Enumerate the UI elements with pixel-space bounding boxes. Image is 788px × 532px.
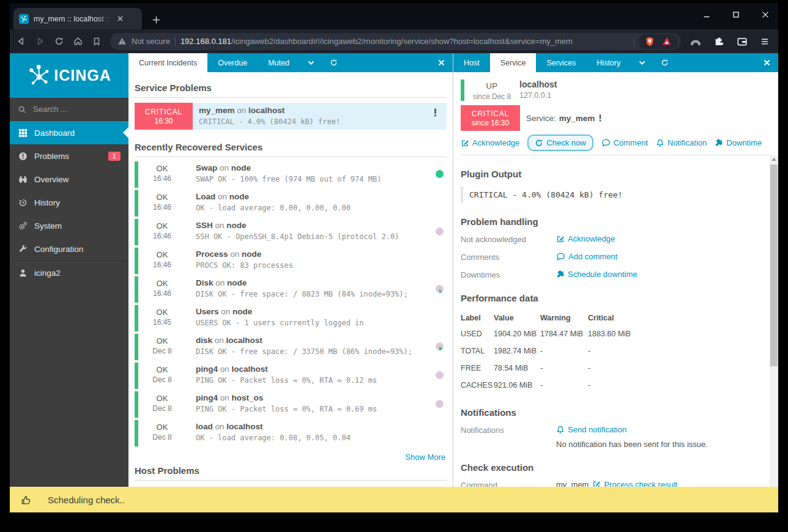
list-item[interactable]: OKDec 8 ping4 on localhost PING OK - Pac… xyxy=(135,361,447,390)
host-name[interactable]: node xyxy=(229,192,249,201)
chevron-down-icon[interactable] xyxy=(631,53,653,72)
host-name[interactable]: localhost xyxy=(519,79,557,89)
sidebar-item-overview[interactable]: Overview xyxy=(10,168,128,191)
list-item[interactable]: OK16:46 Process on node PROCS OK: 83 pro… xyxy=(135,246,447,275)
service-name[interactable]: load xyxy=(196,422,213,431)
service-name[interactable]: Process xyxy=(196,249,228,259)
host-summary[interactable]: UP since Dec 8 localhost 127.0.0.1 xyxy=(461,79,771,101)
service-name[interactable]: ping4 xyxy=(196,364,218,374)
close-pane-icon[interactable] xyxy=(430,53,453,72)
back-icon[interactable] xyxy=(16,36,26,46)
service-name[interactable]: Swap xyxy=(196,163,217,172)
not-secure-label[interactable]: Not secure xyxy=(132,37,170,46)
tab-history[interactable]: History xyxy=(586,53,631,72)
sidebar-item-dashboard[interactable]: Dashboard xyxy=(10,121,128,144)
service-problem-row[interactable]: CRITICAL 16:30 my_mem on localhost CRITI… xyxy=(135,103,447,130)
sidebar-item-system[interactable]: System xyxy=(10,214,128,237)
scroll-up-icon[interactable] xyxy=(771,158,776,161)
sidebar-item-configuration[interactable]: Configuration xyxy=(10,237,128,260)
add-comment-link[interactable]: Add comment xyxy=(556,252,617,261)
browser-tab[interactable]: my_mem :: localhost :: Serv xyxy=(13,8,142,29)
tab-service[interactable]: Service xyxy=(490,53,537,72)
check-now-button[interactable]: Check now xyxy=(527,135,593,151)
tab-close-icon[interactable] xyxy=(117,15,124,22)
refresh-icon[interactable] xyxy=(653,53,676,72)
host-name[interactable]: node xyxy=(232,307,252,316)
tab-host[interactable]: Host xyxy=(453,53,490,72)
scrollbar-thumb[interactable] xyxy=(770,164,778,366)
sidebar-item-user[interactable]: icinga2 xyxy=(10,260,128,284)
check-output: CRITICAL - 4.0% (80424 kB) free! xyxy=(199,117,426,126)
host-name[interactable]: node xyxy=(226,221,246,230)
notification-button[interactable]: Notification xyxy=(656,138,707,147)
list-item[interactable]: OKDec 8 load on localhost OK - load aver… xyxy=(135,419,447,448)
list-item[interactable]: OK16:46 Swap on node SWAP OK - 100% free… xyxy=(135,160,447,189)
close-pane-icon[interactable] xyxy=(756,53,778,72)
sidebar-search[interactable] xyxy=(10,98,128,121)
acknowledge-button[interactable]: Acknowledge xyxy=(461,138,519,147)
scrollbar[interactable] xyxy=(770,155,778,487)
service-name[interactable]: Load xyxy=(196,192,215,201)
wallet-icon[interactable] xyxy=(737,36,748,47)
sidebar-item-history[interactable]: History xyxy=(10,191,128,214)
host-name[interactable]: localhost xyxy=(226,422,262,431)
new-tab-icon[interactable] xyxy=(152,15,161,24)
tab-overdue[interactable]: Overdue xyxy=(207,53,258,72)
forward-icon[interactable] xyxy=(35,36,45,46)
process-check-result-link[interactable]: Process check result xyxy=(592,480,677,487)
host-name[interactable]: localhost xyxy=(226,336,262,345)
close-icon[interactable] xyxy=(761,10,770,19)
service-name[interactable]: my_mem xyxy=(199,106,235,115)
ok-circle-icon xyxy=(436,170,444,178)
extensions-icon[interactable] xyxy=(714,36,724,46)
brave-rewards-icon[interactable] xyxy=(661,36,672,47)
comment-button[interactable]: Comment xyxy=(601,138,648,147)
state-badge-critical: CRITICAL since 16:30 xyxy=(461,105,520,131)
service-name[interactable]: SSH xyxy=(196,221,213,230)
service-name[interactable]: ping4 xyxy=(196,393,218,402)
host-name[interactable]: localhost xyxy=(232,364,268,374)
menu-icon[interactable] xyxy=(760,37,770,46)
chevron-down-icon[interactable] xyxy=(300,53,322,72)
search-input[interactable] xyxy=(32,104,108,114)
exclamation-icon xyxy=(598,114,603,122)
schedule-downtime-link[interactable]: Schedule downtime xyxy=(556,270,637,279)
brave-shield-icon[interactable] xyxy=(644,36,655,47)
profile-icon[interactable] xyxy=(690,35,702,48)
downtime-button[interactable]: Downtime xyxy=(715,138,762,147)
send-notification-link[interactable]: Send notification xyxy=(556,425,626,434)
bookmark-icon[interactable] xyxy=(92,37,102,46)
tab-services[interactable]: Services xyxy=(536,53,586,72)
home-icon[interactable] xyxy=(73,36,83,46)
search-icon xyxy=(18,105,26,114)
list-item[interactable]: OK16:45 Users on node USERS OK - 1 users… xyxy=(135,304,447,333)
tab-muted[interactable]: Muted xyxy=(258,53,300,72)
host-name[interactable]: localhost xyxy=(248,106,284,115)
command-value: my_mem xyxy=(556,480,589,487)
service-name[interactable]: disk xyxy=(196,336,212,345)
list-item[interactable]: OK16:46 SSH on node SSH OK - OpenSSH_8.4… xyxy=(135,218,447,246)
list-item[interactable]: OKDec 8 ping4 on host_os PING OK - Packe… xyxy=(135,390,447,419)
host-name[interactable]: node xyxy=(227,278,247,287)
icinga-logo[interactable]: ICINGA xyxy=(10,53,128,98)
service-name[interactable]: Users xyxy=(196,307,219,316)
reload-icon[interactable] xyxy=(54,36,64,46)
host-name[interactable]: node xyxy=(231,163,251,172)
refresh-icon[interactable] xyxy=(322,53,345,72)
url-text[interactable]: 192.168.0.181/icingaweb2/dashboard#!/ici… xyxy=(180,37,629,46)
recovered-list: OK16:46 Swap on node SWAP OK - 100% free… xyxy=(135,160,447,448)
acknowledge-link[interactable]: Acknowledge xyxy=(556,234,615,243)
list-item[interactable]: OK16:46 Load on node OK - load average: … xyxy=(135,189,447,218)
tab-current-incidents[interactable]: Current Incidents xyxy=(128,53,207,72)
host-name[interactable]: node xyxy=(242,249,261,259)
state-badge-critical: CRITICAL 16:30 xyxy=(135,103,193,130)
maximize-icon[interactable] xyxy=(732,10,740,19)
list-item[interactable]: OKDec 8 disk on localhost DISK OK - free… xyxy=(135,333,447,361)
sidebar-item-problems[interactable]: Problems 1 xyxy=(10,144,128,168)
list-item[interactable]: OK16:46 Disk on node DISK OK - free spac… xyxy=(135,275,447,304)
address-bar[interactable]: Not secure 192.168.0.181/icingaweb2/dash… xyxy=(110,33,681,50)
minimize-icon[interactable] xyxy=(702,10,711,19)
show-more-link[interactable]: Show More xyxy=(136,453,445,462)
host-name[interactable]: host_os xyxy=(232,393,264,402)
service-name[interactable]: Disk xyxy=(196,278,214,287)
